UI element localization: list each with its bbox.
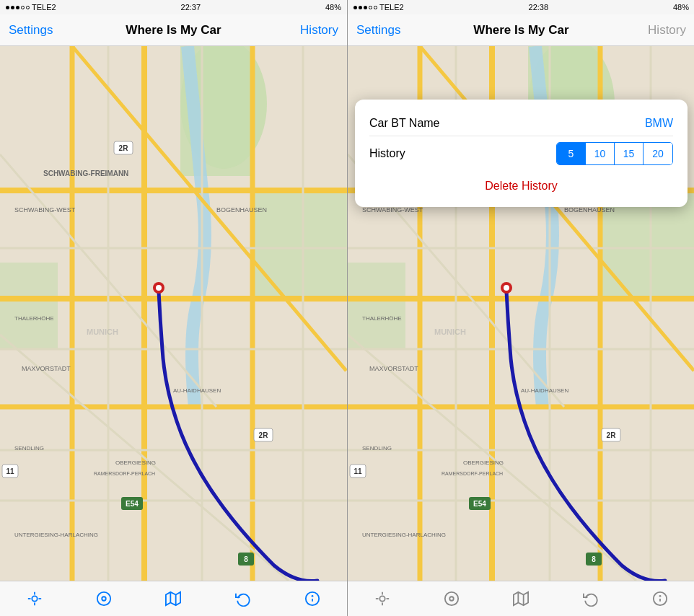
svg-point-49 [97, 592, 110, 605]
location-button-left[interactable] [19, 583, 50, 615]
status-left: TELE2 [6, 3, 56, 12]
settings-button-left[interactable]: Settings [9, 23, 53, 38]
history-segment[interactable]: 5 10 15 20 [556, 142, 673, 165]
seg-btn-15[interactable]: 15 [615, 143, 644, 164]
time-right: 22:38 [529, 3, 549, 12]
svg-text:11: 11 [6, 467, 14, 475]
signal-dots-right [353, 6, 377, 9]
svg-text:SENDLING: SENDLING [14, 445, 44, 452]
status-bar-left: TELE2 22:37 48% [0, 0, 347, 14]
status-left-right: TELE2 [353, 3, 404, 12]
carrier-left: TELE2 [32, 3, 56, 12]
svg-marker-108 [514, 592, 528, 605]
svg-text:MAXVORSTADT: MAXVORSTADT [22, 365, 71, 372]
screen-left: TELE2 22:37 48% Settings Where Is My Car… [0, 0, 347, 616]
dot3 [16, 6, 19, 9]
history-label: History [369, 147, 405, 160]
svg-text:8: 8 [244, 555, 248, 563]
svg-point-106 [445, 592, 458, 605]
delete-row: Delete History [369, 171, 673, 195]
info-button-left[interactable] [297, 583, 328, 615]
svg-point-107 [450, 597, 454, 601]
svg-text:2R: 2R [119, 144, 129, 152]
status-right-right: 48% [673, 3, 689, 12]
dot3r [364, 6, 367, 9]
svg-point-50 [102, 597, 107, 601]
seg-btn-10[interactable]: 10 [586, 143, 615, 164]
svg-text:SCHWABING-FREIMANN: SCHWABING-FREIMANN [43, 170, 128, 177]
svg-rect-2 [0, 263, 58, 349]
settings-popup: Car BT Name BMW History 5 10 15 20 Delet… [355, 100, 688, 207]
info-button-right[interactable] [644, 583, 676, 615]
svg-text:AU-HAIDHAUSEN: AU-HAIDHAUSEN [173, 387, 221, 394]
history-row: History 5 10 15 20 [369, 136, 673, 171]
history-button-left[interactable]: History [300, 23, 338, 38]
popup-overlay: Car BT Name BMW History 5 10 15 20 Delet… [348, 92, 694, 545]
signal-dots [6, 6, 30, 9]
svg-text:THALERHÖHE: THALERHÖHE [14, 315, 54, 322]
svg-text:E54: E54 [126, 500, 139, 508]
dot2r [359, 6, 362, 9]
car-bt-row: Car BT Name BMW [369, 111, 673, 136]
nav-title-left: Where Is My Car [126, 23, 221, 38]
svg-text:BOGENHAUSEN: BOGENHAUSEN [216, 206, 267, 214]
car-bt-value: BMW [645, 117, 673, 130]
svg-text:SCHWABING-WEST: SCHWABING-WEST [14, 206, 76, 214]
svg-text:UNTERGIESING-HARLACHING: UNTERGIESING-HARLACHING [14, 532, 98, 538]
bottom-bar-left [0, 581, 347, 616]
seg-btn-5[interactable]: 5 [557, 143, 586, 164]
svg-text:2R: 2R [259, 431, 269, 439]
dot1r [353, 6, 357, 9]
dot5 [26, 6, 30, 9]
map-button-right[interactable] [505, 583, 537, 615]
svg-marker-51 [166, 592, 180, 605]
battery-left: 48% [325, 3, 341, 12]
svg-point-105 [379, 596, 385, 601]
svg-point-43 [156, 285, 162, 291]
settings-button-right[interactable]: Settings [356, 23, 400, 38]
refresh-button-right[interactable] [575, 583, 607, 615]
refresh-button-left[interactable] [227, 583, 259, 615]
svg-text:OBERGIESING: OBERGIESING [115, 459, 156, 466]
history-button-right[interactable]: History [648, 23, 686, 38]
map-area-left[interactable]: SCHWABING-FREIMANN SCHWABING-WEST BOGENH… [0, 46, 347, 581]
dot4r [369, 6, 372, 9]
dot4 [21, 6, 25, 9]
screen-right: TELE2 22:38 48% Settings Where Is My Car… [348, 0, 694, 616]
svg-point-48 [32, 596, 37, 601]
map-svg-left: SCHWABING-FREIMANN SCHWABING-WEST BOGENH… [0, 46, 347, 581]
dot5r [374, 6, 377, 9]
status-bar-right: TELE2 22:38 48% [348, 0, 694, 14]
dot2 [11, 6, 14, 9]
svg-text:RAMERSDORF-PERLACH: RAMERSDORF-PERLACH [94, 471, 155, 476]
svg-text:MUNICH: MUNICH [87, 327, 118, 336]
status-right-left: 48% [325, 3, 341, 12]
time-left: 22:37 [181, 3, 201, 12]
dot1 [6, 6, 9, 9]
location-button-right[interactable] [366, 583, 398, 615]
delete-history-button[interactable]: Delete History [485, 180, 557, 193]
compass-button-right[interactable] [436, 583, 467, 615]
svg-text:8: 8 [592, 555, 596, 563]
car-bt-label: Car BT Name [369, 117, 440, 130]
bottom-bar-right [348, 581, 694, 616]
carrier-right: TELE2 [379, 3, 404, 12]
nav-bar-right: Settings Where Is My Car History [348, 14, 694, 46]
map-area-right[interactable]: SCHWABING-FREIMANN SCHWABING-WEST BOGENH… [348, 46, 694, 581]
seg-btn-20[interactable]: 20 [644, 143, 672, 164]
nav-bar-left: Settings Where Is My Car History [0, 14, 347, 46]
compass-button-left[interactable] [88, 583, 120, 615]
nav-title-right: Where Is My Car [473, 23, 568, 38]
battery-right: 48% [673, 3, 689, 12]
map-button-left[interactable] [157, 583, 189, 615]
